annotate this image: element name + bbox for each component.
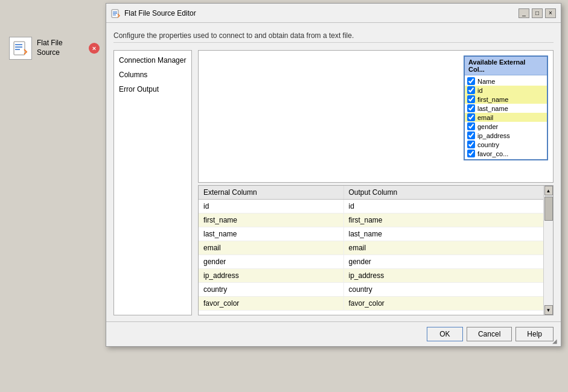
columns-table: External Column Output Column ididfirst_… <box>199 186 553 311</box>
ok-button[interactable]: OK <box>427 327 463 341</box>
dialog-footer: OK Cancel Help <box>106 321 561 346</box>
close-button[interactable]: × <box>545 8 556 18</box>
nav-item-connection-manager[interactable]: Connection Manager <box>114 53 191 68</box>
cell-external: last_name <box>199 227 343 241</box>
nav-item-error-output[interactable]: Error Output <box>114 82 191 96</box>
table-row[interactable]: countrycountry <box>199 283 553 297</box>
table-row[interactable]: last_namelast_name <box>199 227 553 241</box>
nav-panel: Connection Manager Columns Error Output <box>113 50 192 315</box>
table-row[interactable]: ip_addressip_address <box>199 269 553 283</box>
scrollbar-up-button[interactable]: ▲ <box>544 186 553 195</box>
cell-output: id <box>343 200 553 213</box>
table-row[interactable]: idid <box>199 200 553 213</box>
available-col-row: first_name <box>465 95 547 104</box>
cell-output: email <box>343 241 553 255</box>
table-row[interactable]: favor_colorfavor_color <box>199 297 553 311</box>
cancel-button[interactable]: Cancel <box>467 327 512 341</box>
available-col-row: gender <box>465 122 547 131</box>
available-col-checkbox[interactable] <box>467 150 475 157</box>
col-header-external: External Column <box>199 186 343 200</box>
cell-external: favor_color <box>199 297 343 311</box>
component-panel: Flat File Source × <box>3 24 106 72</box>
restore-button[interactable]: □ <box>532 8 543 18</box>
dialog-body: Configure the properties used to connect… <box>106 23 561 321</box>
available-col-row: last_name <box>465 104 547 113</box>
table-row[interactable]: first_namefirst_name <box>199 213 553 227</box>
svg-rect-7 <box>113 14 116 16</box>
dialog-title-icon <box>111 8 121 18</box>
preview-area: Available External Col... Nameidfirst_na… <box>198 50 554 183</box>
columns-table-container: External Column Output Column ididfirst_… <box>198 185 554 315</box>
available-col-checkbox[interactable] <box>467 131 475 139</box>
resize-handle[interactable]: ◢ <box>552 338 560 345</box>
table-row[interactable]: emailemail <box>199 241 553 255</box>
dialog-title-text: Flat File Source Editor <box>124 9 515 17</box>
available-col-label: country <box>477 141 499 148</box>
svg-rect-1 <box>15 44 22 45</box>
cell-output: last_name <box>343 227 553 241</box>
cell-external: gender <box>199 255 343 269</box>
available-col-row: Name <box>465 77 547 86</box>
scrollbar-thumb[interactable] <box>544 197 553 221</box>
svg-rect-6 <box>113 13 117 14</box>
cell-output: ip_address <box>343 269 553 283</box>
columns-tbody: ididfirst_namefirst_namelast_namelast_na… <box>199 200 553 311</box>
nav-item-columns[interactable]: Columns <box>114 68 191 82</box>
dialog-content: Connection Manager Columns Error Output … <box>113 50 554 315</box>
cell-output: favor_color <box>343 297 553 311</box>
available-col-label: email <box>477 114 493 121</box>
available-columns-list: Nameidfirst_namelast_nameemailgenderip_a… <box>465 75 547 159</box>
available-col-row: country <box>465 140 547 149</box>
workspace: Flat File Source × Flat File Source Edit… <box>0 0 568 392</box>
cell-output: country <box>343 283 553 297</box>
available-col-label: last_name <box>477 105 508 112</box>
available-col-label: Name <box>477 78 495 85</box>
available-col-checkbox[interactable] <box>467 141 475 148</box>
component-icon <box>9 37 32 60</box>
scrollbar-down-button[interactable]: ▼ <box>544 305 553 315</box>
svg-rect-3 <box>15 49 20 50</box>
svg-rect-2 <box>15 46 22 48</box>
available-col-label: favor_co... <box>477 150 508 157</box>
available-col-checkbox[interactable] <box>467 122 475 130</box>
cell-output: first_name <box>343 213 553 227</box>
component-close-button[interactable]: × <box>89 43 100 54</box>
svg-rect-5 <box>113 11 117 13</box>
available-col-row: id <box>465 86 547 95</box>
available-col-label: id <box>477 87 483 94</box>
help-button[interactable]: Help <box>515 327 554 341</box>
minimize-button[interactable]: _ <box>519 8 529 18</box>
cell-external: ip_address <box>199 269 343 283</box>
available-col-checkbox[interactable] <box>467 77 475 85</box>
available-col-checkbox[interactable] <box>467 86 475 94</box>
cell-external: id <box>199 200 343 213</box>
available-columns-header: Available External Col... <box>465 57 547 75</box>
cell-external: first_name <box>199 213 343 227</box>
dialog-window: Flat File Source Editor _ □ × Configure … <box>106 3 561 347</box>
svg-rect-0 <box>14 42 25 55</box>
cell-output: gender <box>343 255 553 269</box>
available-col-label: gender <box>477 123 498 130</box>
table-row[interactable]: gendergender <box>199 255 553 269</box>
available-col-label: first_name <box>477 96 508 103</box>
cell-external: country <box>199 283 343 297</box>
dialog-description: Configure the properties used to connect… <box>113 29 554 43</box>
table-header-row: External Column Output Column <box>199 186 553 200</box>
available-col-label: ip_address <box>477 132 510 139</box>
available-col-checkbox[interactable] <box>467 113 475 121</box>
available-col-checkbox[interactable] <box>467 104 475 112</box>
available-columns-box: Available External Col... Nameidfirst_na… <box>464 55 548 160</box>
available-col-row: favor_co... <box>465 149 547 158</box>
cell-external: email <box>199 241 343 255</box>
component-label: Flat File Source <box>37 39 84 57</box>
editor-area: Available External Col... Nameidfirst_na… <box>198 50 554 315</box>
col-header-output: Output Column <box>343 186 553 200</box>
dialog-controls: _ □ × <box>519 8 556 18</box>
available-col-row: ip_address <box>465 131 547 140</box>
scrollbar-area: ▲ ▼ <box>543 186 553 315</box>
available-col-checkbox[interactable] <box>467 95 475 103</box>
available-col-row: email <box>465 113 547 122</box>
dialog-titlebar: Flat File Source Editor _ □ × <box>106 4 561 23</box>
